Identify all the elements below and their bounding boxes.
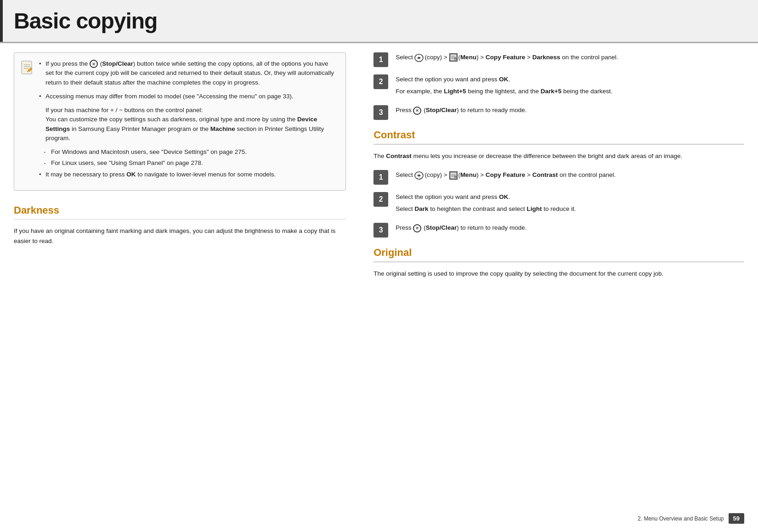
original-body: The original setting is used to improve …: [373, 269, 744, 279]
contrast-step-2-number: 2: [373, 192, 388, 207]
darkness-step-2: 2 Select the option you want and press O…: [373, 74, 744, 98]
note-item-4: It may be necessary to press OK to navig…: [38, 170, 337, 179]
note-item-3: If your has machine for + / − buttons on…: [38, 106, 337, 143]
contrast-step-1-content: Select (copy) >: [396, 170, 744, 182]
footer-text: 2. Menu Overview and Basic Setup: [638, 515, 724, 522]
contrast-step-2: 2 Select the option you want and press O…: [373, 192, 744, 215]
step-2-number: 2: [373, 74, 388, 89]
copy-icon-1: [414, 53, 424, 63]
note-item-dash-2: For Linux users, see "Using Smart Panel"…: [38, 158, 337, 168]
darkness-divider: [14, 219, 346, 220]
step-3-content: Press ✕ (Stop/Clear) to return to ready …: [396, 105, 744, 117]
original-divider: [373, 261, 744, 262]
note-item-2: Accessing menus may differ from model to…: [38, 92, 337, 101]
contrast-section: Contrast The Contrast menu lets you incr…: [373, 129, 744, 161]
copy-icon-2: [414, 170, 424, 181]
notes-content: If you press the ✕ (Stop/Clear) button t…: [38, 59, 337, 184]
contrast-steps: 1 Select (copy) >: [373, 170, 744, 238]
notes-box: If you press the ✕ (Stop/Clear) button t…: [14, 52, 346, 191]
contrast-title: Contrast: [373, 129, 744, 141]
content-area: If you press the ✕ (Stop/Clear) button t…: [0, 43, 758, 297]
title-bar: Basic copying: [0, 0, 758, 42]
menu-icon-2: [449, 171, 458, 180]
stop-clear-icon-3: ✕: [413, 224, 421, 232]
contrast-divider: [373, 144, 744, 145]
darkness-section: Darkness If you have an original contain…: [14, 204, 346, 246]
step-2-content: Select the option you want and press OK.…: [396, 74, 744, 98]
step-3-number: 3: [373, 105, 388, 120]
darkness-title: Darkness: [14, 204, 346, 216]
svg-rect-0: [22, 61, 32, 74]
darkness-step-1: 1 Select (copy) >: [373, 52, 744, 67]
page-title: Basic copying: [14, 8, 744, 34]
footer: 2. Menu Overview and Basic Setup 59: [638, 513, 744, 524]
note-item-dash-1: For Windows and Macintosh users, see "De…: [38, 147, 337, 157]
step-1-number: 1: [373, 52, 388, 67]
left-column: If you press the ✕ (Stop/Clear) button t…: [14, 52, 364, 288]
darkness-body: If you have an original containing faint…: [14, 226, 346, 246]
darkness-step-3: 3 Press ✕ (Stop/Clear) to return to read…: [373, 105, 744, 120]
note-item-1: If you press the ✕ (Stop/Clear) button t…: [38, 59, 337, 87]
contrast-step-3: 3 Press ✕ (Stop/Clear) to return to read…: [373, 223, 744, 238]
step-1-content: Select (copy) >: [396, 52, 744, 64]
contrast-body: The Contrast menu lets you increase or d…: [373, 151, 744, 161]
darkness-steps: 1 Select (copy) >: [373, 52, 744, 120]
right-column: 1 Select (copy) >: [364, 52, 744, 288]
contrast-step-3-content: Press ✕ (Stop/Clear) to return to ready …: [396, 223, 744, 235]
contrast-step-2-content: Select the option you want and press OK.…: [396, 192, 744, 215]
original-section: Original The original setting is used to…: [373, 247, 744, 278]
contrast-step-1: 1 Select (copy) >: [373, 170, 744, 185]
stop-clear-icon-1: ✕: [90, 60, 98, 68]
menu-icon-1: [449, 53, 458, 62]
note-icon: [21, 60, 34, 184]
original-title: Original: [373, 247, 744, 259]
stop-clear-icon-2: ✕: [413, 107, 421, 115]
contrast-step-1-number: 1: [373, 170, 388, 185]
footer-page: 59: [729, 513, 744, 524]
contrast-step-3-number: 3: [373, 223, 388, 238]
page-container: Basic copying: [0, 0, 758, 532]
